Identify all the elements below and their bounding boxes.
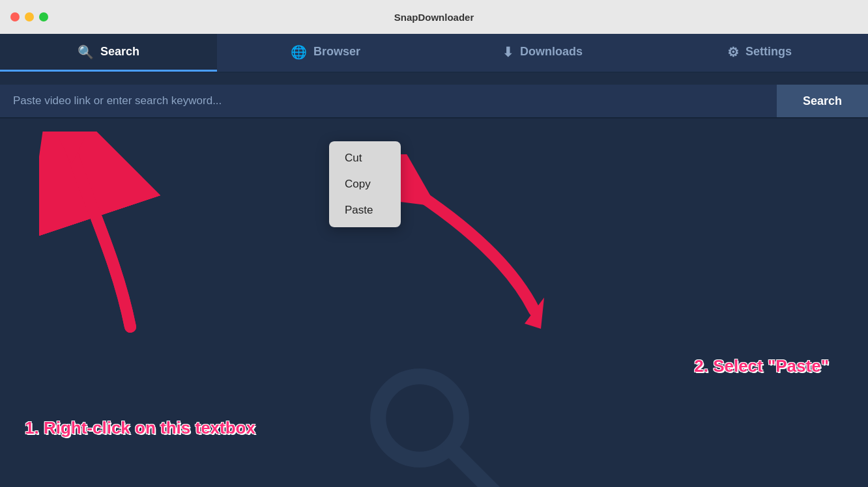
tab-browser[interactable]: 🌐 Browser xyxy=(217,34,434,72)
settings-tab-label: Settings xyxy=(745,45,792,59)
search-tab-label: Search xyxy=(100,45,139,59)
close-button[interactable] xyxy=(10,12,20,21)
watermark-search-icon xyxy=(362,361,506,487)
downloads-tab-label: Downloads xyxy=(520,45,583,59)
search-bar-container: Search xyxy=(0,73,868,118)
arrow-left-icon xyxy=(39,132,169,340)
main-content: Cut Copy Paste 1. Right-click on this te… xyxy=(0,118,868,487)
context-menu-cut[interactable]: Cut xyxy=(329,145,401,171)
app-title: SnapDownloader xyxy=(394,12,474,23)
tab-downloads[interactable]: ⬇ Downloads xyxy=(434,34,651,72)
window-controls xyxy=(10,12,48,21)
instruction-label-1: 1. Right-click on this textbox xyxy=(25,418,255,438)
browser-tab-icon: 🌐 xyxy=(291,44,307,60)
instruction-label-2: 2. Select "Paste" xyxy=(694,356,829,376)
title-bar: SnapDownloader xyxy=(0,0,868,34)
downloads-tab-icon: ⬇ xyxy=(502,44,514,60)
search-button[interactable]: Search xyxy=(777,85,868,117)
minimize-button[interactable] xyxy=(25,12,34,21)
search-input-wrapper xyxy=(0,85,777,117)
browser-tab-label: Browser xyxy=(313,45,360,59)
search-input[interactable] xyxy=(13,94,764,107)
nav-tabs: 🔍 Search 🌐 Browser ⬇ Downloads ⚙ Setting… xyxy=(0,34,868,73)
tab-search[interactable]: 🔍 Search xyxy=(0,34,217,72)
maximize-button[interactable] xyxy=(39,12,48,21)
context-menu-paste[interactable]: Paste xyxy=(329,197,401,223)
tab-settings[interactable]: ⚙ Settings xyxy=(651,34,868,72)
svg-line-5 xyxy=(450,449,495,487)
search-tab-icon: 🔍 xyxy=(78,44,94,60)
context-menu-copy[interactable]: Copy xyxy=(329,171,401,197)
context-menu: Cut Copy Paste xyxy=(329,141,401,227)
settings-tab-icon: ⚙ xyxy=(727,44,739,60)
